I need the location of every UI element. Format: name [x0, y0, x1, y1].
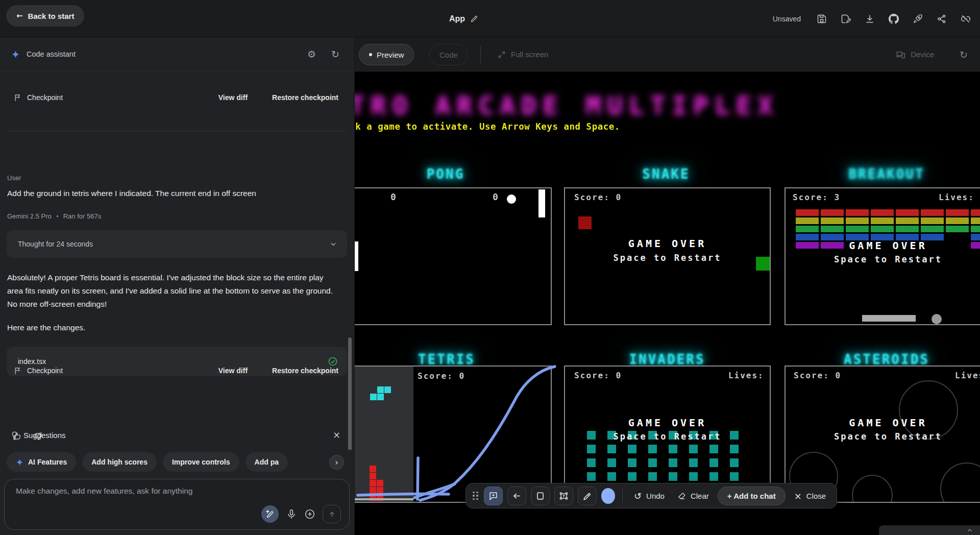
- suggestions-header: Suggestions ×: [0, 427, 354, 443]
- text-tool-button[interactable]: [554, 487, 573, 505]
- invader-alien: [689, 472, 698, 481]
- asteroid-outline: [899, 380, 958, 440]
- invader-alien: [628, 445, 636, 453]
- device-selector[interactable]: Device: [895, 37, 934, 71]
- pen-tool-button[interactable]: [578, 487, 597, 505]
- pong-canvas[interactable]: 0 0: [355, 187, 552, 325]
- pong-ball: [507, 194, 516, 204]
- refresh-preview-icon[interactable]: ↻: [960, 37, 968, 71]
- breakout-score: Score: 3: [793, 192, 840, 202]
- breakout-brick: [921, 209, 944, 216]
- asteroids-canvas[interactable]: Score: 0 Lives: GAME OVER Space to Resta…: [785, 366, 980, 503]
- asteroids-game-over: GAME OVER: [786, 417, 980, 429]
- flag-icon: [13, 93, 22, 102]
- tetris-canvas[interactable]: Score: 0: [355, 366, 552, 503]
- share-icon[interactable]: [937, 14, 947, 24]
- breakout-game-over: GAME OVER: [786, 239, 980, 252]
- restore-checkpoint-button[interactable]: Restore checkpoint: [272, 93, 338, 102]
- full-screen-button[interactable]: Full screen: [498, 37, 548, 71]
- mic-icon[interactable]: [286, 508, 297, 520]
- view-diff-button[interactable]: View diff: [218, 93, 248, 102]
- edit-title-icon[interactable]: [470, 15, 478, 23]
- expand-icon: [498, 51, 506, 59]
- game-instruction: Click a game to activate. Use Arrow Keys…: [355, 121, 620, 132]
- annotation-color-swatch[interactable]: [601, 488, 615, 504]
- chip-label: Improve controls: [172, 458, 230, 466]
- back-arrow-icon: ←: [16, 11, 23, 20]
- chat-input-container: [4, 479, 350, 530]
- snake-canvas[interactable]: Score: 0 GAME OVER Space to Restart: [564, 187, 771, 325]
- breakout-brick: [896, 209, 919, 216]
- thought-summary-expander[interactable]: Thought for 24 seconds: [7, 230, 347, 258]
- breakout-canvas[interactable]: Score: 3 Lives: GAME OVER Space to Resta…: [785, 187, 980, 325]
- tab-preview[interactable]: Preview: [359, 44, 414, 65]
- tetris-score: Score: 0: [418, 371, 465, 381]
- asteroid-outline: [852, 475, 893, 503]
- tab-code[interactable]: Code: [429, 44, 468, 65]
- pong-score-left: 0: [390, 191, 397, 202]
- invaders-canvas[interactable]: Score: 0 Lives: 0 GAME OVER Space to Res…: [564, 366, 771, 503]
- refresh-chat-icon[interactable]: ↻: [331, 48, 339, 60]
- pong-score-right: 0: [493, 191, 499, 202]
- console-expand-bar[interactable]: [879, 525, 980, 535]
- attach-plus-icon[interactable]: [304, 508, 315, 520]
- chip-label: Add high scores: [91, 458, 148, 466]
- breakout-brick: [821, 209, 844, 216]
- link-off-icon[interactable]: [961, 14, 971, 24]
- invader-alien: [628, 472, 636, 481]
- rectangle-tool-button[interactable]: [531, 487, 550, 505]
- tetris-stack-cell: [370, 466, 376, 472]
- tetris-stack-cell: [377, 487, 383, 494]
- invaders-lives: Lives: 0: [728, 371, 771, 380]
- undo-button[interactable]: ↺ Undo: [630, 491, 669, 501]
- view-diff-button[interactable]: View diff: [218, 367, 248, 375]
- divider: [7, 131, 347, 131]
- annotate-mode-button[interactable]: [261, 505, 279, 523]
- panel-title: Code assistant: [27, 50, 76, 58]
- breakout-brick: [971, 209, 980, 216]
- back-to-start-button[interactable]: ← Back to start: [6, 5, 84, 27]
- model-run-info: Gemini 2.5 Pro Ran for 567s: [7, 212, 101, 220]
- deploy-rocket-icon[interactable]: [913, 14, 923, 24]
- top-bar-actions: Unsaved: [773, 0, 971, 37]
- arrow-left-icon: [512, 491, 522, 501]
- snake-food: [578, 216, 592, 229]
- user-message: Add the ground in tetris where I indicat…: [7, 188, 344, 199]
- chips-scroll-right-button[interactable]: ›: [329, 455, 344, 470]
- lightbulb-icon: [10, 431, 19, 440]
- suggestion-chip-improve-controls[interactable]: Improve controls: [163, 452, 239, 472]
- send-button[interactable]: [323, 505, 341, 523]
- github-icon[interactable]: [889, 14, 899, 24]
- pong-title: PONG: [427, 166, 465, 182]
- restore-checkpoint-button[interactable]: Restore checkpoint: [272, 367, 338, 375]
- breakout-brick: [921, 217, 944, 224]
- suggestion-chips: AI Features Add high scores Improve cont…: [7, 452, 354, 472]
- save-copy-icon[interactable]: [841, 14, 851, 24]
- toolbar-drag-handle[interactable]: [473, 492, 478, 500]
- rectangle-icon: [535, 491, 545, 501]
- pen-sparkle-icon: [265, 509, 275, 519]
- breakout-brick: [896, 226, 919, 232]
- dot-separator: [57, 215, 58, 217]
- invader-alien: [628, 458, 636, 467]
- save-icon[interactable]: [817, 14, 827, 24]
- settings-gear-icon[interactable]: ⚙: [307, 48, 316, 60]
- save-status: Unsaved: [773, 15, 801, 23]
- invader-alien: [730, 445, 739, 453]
- add-to-chat-button[interactable]: + Add to chat: [718, 487, 786, 505]
- clear-button[interactable]: Clear: [673, 492, 713, 500]
- tetris-piece-cell: [370, 394, 377, 400]
- chat-input[interactable]: [16, 487, 302, 496]
- suggestion-chip-high-scores[interactable]: Add high scores: [82, 452, 157, 472]
- comment-tool-button[interactable]: [484, 487, 503, 505]
- undo-icon: ↺: [634, 491, 642, 501]
- suggestion-chip-ai-features[interactable]: AI Features: [7, 452, 76, 472]
- close-annotation-button[interactable]: × Close: [790, 491, 830, 501]
- suggestions-close-icon[interactable]: ×: [333, 430, 340, 440]
- download-icon[interactable]: [865, 14, 875, 24]
- breakout-brick: [946, 226, 969, 232]
- close-icon: ×: [794, 491, 802, 501]
- arrow-tool-button[interactable]: [507, 487, 526, 505]
- suggestion-chip-truncated[interactable]: Add pa: [246, 452, 288, 472]
- asteroids-title: ASTEROIDS: [844, 352, 929, 367]
